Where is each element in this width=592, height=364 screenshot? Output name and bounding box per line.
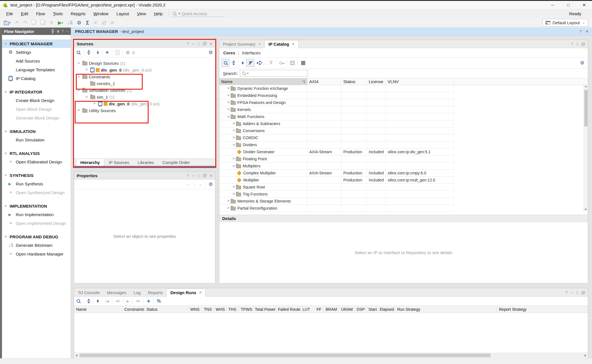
help-icon[interactable]: ? <box>187 174 189 178</box>
maximize-panel-icon[interactable]: □ <box>576 42 578 46</box>
ip-row-conversions[interactable]: >Conversions <box>219 127 454 134</box>
help-icon[interactable]: ? <box>62 29 64 33</box>
column-header-status[interactable]: Status <box>144 306 188 313</box>
column-header-tpws[interactable]: TPWS <box>239 306 253 313</box>
column-header-vlnv[interactable]: VLNV <box>386 78 454 85</box>
source-row-div_gen_0[interactable]: >div_gen_0(div_gen_0.xci) <box>74 100 215 107</box>
column-header-ths[interactable]: THS <box>226 306 239 313</box>
flownav-item-create-block-design[interactable]: Create Block Design <box>0 96 71 105</box>
tree-chevron-icon[interactable]: > <box>226 199 231 203</box>
flow-section-ip-integrator[interactable]: >IP INTEGRATOR <box>0 88 71 96</box>
ip-row-kernels[interactable]: >Kernels <box>219 106 454 113</box>
scrollbar-thumb[interactable] <box>79 354 491 357</box>
menu-help[interactable]: Help <box>150 11 167 16</box>
run-icon[interactable]: ▶▾ <box>58 21 63 25</box>
tab-compile-order[interactable]: Compile Order <box>158 159 194 166</box>
tree-chevron-icon[interactable]: > <box>8 252 13 256</box>
source-row-simulation-sources[interactable]: >Simulation Sources(1) <box>74 87 215 94</box>
column-header-license[interactable]: License <box>367 78 386 85</box>
column-header-name[interactable]: Name <box>74 306 122 313</box>
help-icon[interactable]: ? <box>571 42 573 46</box>
settings-gear-icon[interactable]: ⚙ <box>77 20 81 25</box>
flow-section-synthesis[interactable]: >SYNTHESIS <box>0 171 71 179</box>
filter-disabled-button[interactable] <box>246 59 254 67</box>
ip-row-embedded-processing[interactable]: >Embedded Processing <box>219 92 454 99</box>
tree-chevron-icon[interactable]: > <box>232 143 236 147</box>
column-header-wns[interactable]: WNS <box>188 306 202 313</box>
expand-all-icon[interactable] <box>57 30 59 33</box>
section-chevron-icon[interactable]: > <box>4 173 8 177</box>
column-header-run-strategy[interactable]: Run Strategy <box>395 306 497 313</box>
tab-tcl-console[interactable]: Tcl Console <box>74 289 103 296</box>
percent-icon[interactable]: % <box>157 299 161 303</box>
column-header-total-power[interactable]: Total Power <box>253 306 276 313</box>
ip-search-input[interactable]: ▾ <box>240 70 308 77</box>
section-chevron-icon[interactable]: > <box>4 234 8 239</box>
section-chevron-icon[interactable]: > <box>4 90 8 94</box>
collapse-all-icon[interactable] <box>87 299 90 303</box>
forward-arrow-icon[interactable]: → <box>198 182 202 187</box>
help-icon[interactable]: ? <box>580 29 582 34</box>
collapse-all-icon[interactable] <box>51 29 54 33</box>
column-header-status[interactable]: Status <box>341 78 367 85</box>
expand-all-icon[interactable] <box>97 299 99 303</box>
report-utilization-sigma-icon[interactable]: Σ <box>86 20 89 25</box>
flow-section-simulation[interactable]: >SIMULATION <box>0 127 71 136</box>
tree-chevron-icon[interactable]: > <box>77 61 81 65</box>
menu-file[interactable]: File <box>2 11 17 16</box>
flownav-item-add-sources[interactable]: Add Sources <box>0 57 71 65</box>
ip-row-multipliers[interactable]: >Multipliers <box>219 163 454 170</box>
paste-icon[interactable] <box>41 21 45 25</box>
expand-all-icon[interactable] <box>97 51 99 54</box>
column-header-constraints[interactable]: Constraints <box>122 306 144 313</box>
menu-tools[interactable]: Tools <box>49 11 67 16</box>
ip-row-dividers[interactable]: >Dividers <box>219 141 454 148</box>
ip-row-divider-generator[interactable]: Divider GeneratorAXI4-StreamProductionIn… <box>219 148 454 156</box>
tree-chevron-icon[interactable]: > <box>92 101 97 105</box>
close-panel-icon[interactable]: ✕ <box>209 42 213 46</box>
search-icon[interactable] <box>76 50 81 55</box>
column-header-lut[interactable]: LUT <box>301 306 315 313</box>
source-row-sim_1[interactable]: >sim_1(1) <box>74 94 215 100</box>
ip-row-adders-subtracters[interactable]: >Adders & Subtracters <box>219 120 454 127</box>
column-header-tns[interactable]: TNS <box>202 306 214 313</box>
subtab-cores[interactable]: Cores <box>223 50 235 55</box>
flownav-item-generate-bitstream[interactable]: ↓0110Generate Bitstream <box>0 241 71 250</box>
float-panel-icon[interactable] <box>582 291 585 294</box>
column-header-dsp[interactable]: DSP <box>355 306 366 313</box>
ip-row-trig-functions[interactable]: >Trig Functions <box>219 191 454 198</box>
settings-gear-icon[interactable]: ⚙ <box>580 61 584 65</box>
maximize-panel-icon[interactable]: □ <box>198 174 200 178</box>
minimize-panel-icon[interactable]: ─ <box>192 174 195 178</box>
tree-chevron-icon[interactable]: > <box>8 190 13 194</box>
flownav-item-run-implementation[interactable]: ▶Run Implementation <box>0 210 71 219</box>
ip-row-math-functions[interactable]: >Math Functions <box>219 113 454 120</box>
tree-chevron-icon[interactable]: > <box>231 121 236 125</box>
delete-icon[interactable]: ✕ <box>50 21 53 25</box>
layout-selector-dropdown[interactable]: Default Layout ⌄ <box>542 19 588 26</box>
tree-chevron-icon[interactable]: > <box>226 107 231 111</box>
column-header-failed-routes[interactable]: Failed Routes <box>276 306 301 313</box>
redo-icon[interactable]: ↷ <box>23 21 27 25</box>
source-row-utility-sources[interactable]: >Utility Sources <box>74 107 215 114</box>
flow-section-program-and-debug[interactable]: >PROGRAM AND DEBUG <box>0 232 71 241</box>
expand-all-icon[interactable] <box>242 61 244 65</box>
create-runs-icon[interactable]: + <box>147 299 150 303</box>
close-tab-icon[interactable]: ✕ <box>199 291 202 294</box>
minimize-panel-icon[interactable]: ─ <box>66 29 69 33</box>
flow-section-project-manager[interactable]: >PROJECT MANAGER <box>0 39 71 48</box>
flownav-item-ip-catalog[interactable]: IP Catalog <box>0 74 71 83</box>
tab-log[interactable]: Log <box>130 289 144 296</box>
float-panel-icon[interactable] <box>582 43 585 46</box>
flownav-item-settings[interactable]: ⚙Settings <box>0 48 71 57</box>
ip-row-floating-point[interactable]: >Floating Point <box>219 156 454 163</box>
flownav-item-run-simulation[interactable]: Run Simulation <box>0 136 71 144</box>
help-icon[interactable]: ? <box>566 290 567 295</box>
close-tab-icon[interactable]: ✕ <box>292 42 294 46</box>
tree-chevron-icon[interactable]: > <box>231 185 236 189</box>
tab-ip-sources[interactable]: IP Sources <box>104 159 133 166</box>
section-chevron-icon[interactable]: > <box>4 41 8 46</box>
tree-chevron-icon[interactable]: > <box>231 192 236 196</box>
ip-row-partial-reconfiguration[interactable]: >Partial Reconfiguration <box>219 205 454 212</box>
tree-chevron-icon[interactable]: > <box>226 206 231 210</box>
